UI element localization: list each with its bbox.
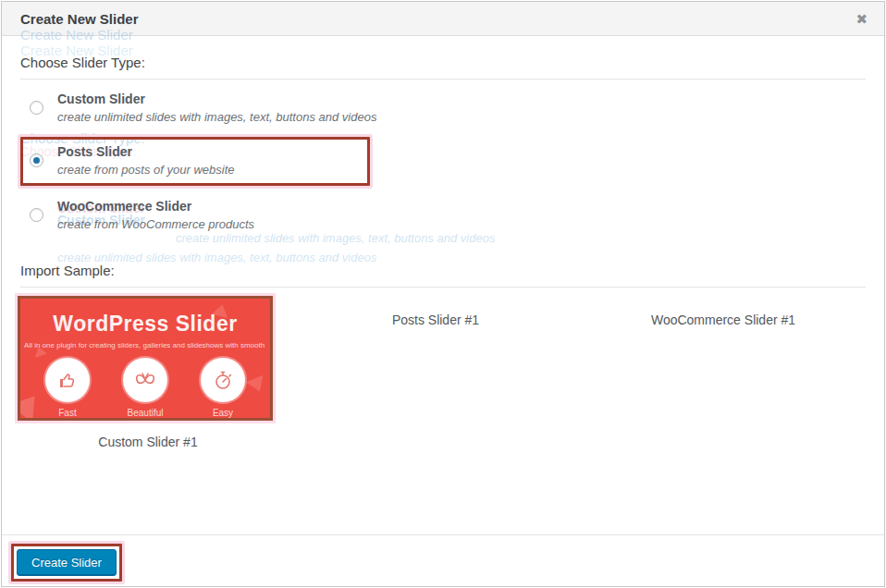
feature-label: Easy (213, 408, 233, 418)
feature-fast: Fast (45, 358, 90, 418)
sample-caption: WooCommerce Slider #1 (596, 312, 851, 327)
choose-type-heading: Choose Slider Type: (20, 55, 866, 70)
modal-footer: Create Slider (2, 534, 884, 586)
option-title: Custom Slider (57, 92, 376, 106)
option-title: Posts Slider (57, 144, 234, 159)
stopwatch-icon (201, 358, 245, 402)
sample-list: WordPress Slider All in one plugin for c… (20, 299, 866, 449)
radio-woocommerce-slider[interactable] (30, 208, 43, 222)
sample-custom-slider-thumb[interactable]: WordPress Slider All in one plugin for c… (18, 296, 273, 421)
sample-caption: Custom Slider #1 (20, 435, 276, 449)
highlight-box-posts-slider: Posts Slider create from posts of your w… (20, 137, 370, 186)
option-posts-slider[interactable]: Posts Slider create from posts of your w… (30, 144, 367, 177)
feature-beautiful: Beautiful (123, 358, 167, 418)
modal-title: Create New Slider (20, 11, 139, 27)
option-title: WooCommerce Slider (57, 199, 254, 214)
radio-custom-slider[interactable] (30, 101, 43, 115)
divider (2, 534, 884, 535)
sample-custom-slider: WordPress Slider All in one plugin for c… (20, 299, 276, 449)
butterfly-icon (123, 358, 167, 402)
preview-title: WordPress Slider (53, 312, 237, 337)
option-custom-slider[interactable]: Custom Slider create unlimited slides wi… (20, 92, 866, 124)
feature-easy: Easy (201, 358, 245, 418)
preview-subtitle: All in one plugin for creating sliders, … (24, 341, 266, 349)
sample-woocommerce-slider: WOOTHEMES 0.00 In Stock Woo Single #1 Pe… (596, 299, 851, 327)
highlight-box-create-button: Create Slider (11, 544, 122, 582)
create-slider-modal: Create New Slider ✖ Create New Slider Cr… (1, 1, 885, 587)
modal-header: Create New Slider ✖ (2, 2, 884, 36)
sample-caption: Posts Slider #1 (308, 312, 563, 327)
option-woocommerce-slider[interactable]: WooCommerce Slider create from WooCommer… (20, 199, 866, 231)
divider (20, 287, 866, 288)
sample-posts-slider: Hello world! Welcome to WordPress. This … (308, 299, 563, 327)
feature-row: Fast Beautiful Easy (45, 358, 245, 418)
triangle-decoration (246, 375, 268, 395)
radio-posts-slider[interactable] (30, 153, 43, 167)
close-icon[interactable]: ✖ (855, 12, 868, 26)
option-description: create unlimited slides with images, tex… (57, 110, 376, 124)
feature-label: Fast (58, 408, 76, 418)
create-slider-button[interactable]: Create Slider (17, 549, 117, 576)
option-description: create from WooCommerce products (57, 217, 254, 231)
import-sample-heading: Import Sample: (20, 263, 866, 278)
feature-label: Beautiful (128, 408, 164, 418)
thumbs-up-icon (45, 358, 90, 402)
triangle-decoration (18, 387, 46, 421)
divider (20, 79, 866, 80)
option-description: create from posts of your website (57, 163, 234, 177)
